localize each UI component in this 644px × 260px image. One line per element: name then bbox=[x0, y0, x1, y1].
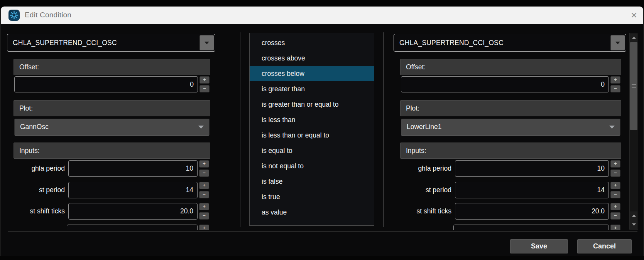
operator-item[interactable]: crosses below bbox=[250, 66, 374, 81]
left-st-shift-ticks-input[interactable] bbox=[68, 203, 198, 220]
triangle-down-icon bbox=[632, 223, 636, 226]
right-st-period-input[interactable] bbox=[455, 182, 609, 198]
left-plot-select[interactable]: GannOsc bbox=[14, 119, 210, 136]
operator-item[interactable]: is false bbox=[250, 174, 374, 189]
left-plot-label: Plot: bbox=[14, 100, 210, 116]
left-st-shift-ticks-spinner: + − bbox=[199, 203, 209, 220]
left-indicator-value: GHLA_SUPERTREND_CCI_OSC bbox=[7, 34, 199, 51]
operator-item[interactable]: is equal to bbox=[250, 143, 374, 158]
right-st-period-spinner: + − bbox=[610, 182, 620, 198]
right-indicator-select[interactable]: GHLA_SUPERTREND_CCI_OSC bbox=[394, 34, 626, 52]
plus-icon[interactable]: + bbox=[610, 160, 620, 168]
right-input-row: st shift ticks + − bbox=[394, 203, 620, 220]
right-partial-input[interactable] bbox=[453, 225, 609, 230]
triangle-up-icon bbox=[632, 37, 636, 39]
operator-item[interactable]: as value bbox=[250, 205, 374, 220]
right-st-shift-ticks-input[interactable] bbox=[455, 203, 609, 220]
panel-divider bbox=[240, 32, 240, 227]
right-inputs-label: Inputs: bbox=[400, 143, 621, 159]
plus-icon[interactable]: + bbox=[199, 160, 209, 168]
chevron-down-icon bbox=[609, 126, 615, 129]
close-icon[interactable]: ✕ bbox=[628, 10, 640, 21]
operator-list: crosses crosses above crosses below is g… bbox=[249, 33, 374, 226]
cancel-button[interactable]: Cancel bbox=[577, 239, 632, 254]
left-offset-input[interactable] bbox=[14, 76, 198, 92]
footer-divider bbox=[8, 231, 637, 231]
minus-icon[interactable]: − bbox=[610, 169, 620, 177]
right-plot-select[interactable]: LowerLine1 bbox=[401, 119, 620, 136]
chevron-down-icon bbox=[198, 126, 204, 129]
operator-item[interactable]: is true bbox=[250, 189, 374, 205]
operator-item[interactable]: is greater than bbox=[250, 81, 374, 97]
plus-icon[interactable]: + bbox=[199, 76, 210, 84]
triangle-up-icon bbox=[632, 215, 636, 217]
left-partial-spinner: + − bbox=[199, 225, 209, 230]
right-input-label: st shift ticks bbox=[394, 203, 455, 220]
left-partial-row: + − bbox=[67, 225, 209, 230]
save-button[interactable]: Save bbox=[510, 239, 568, 254]
window-title: Edit Condition bbox=[25, 11, 71, 19]
plus-icon[interactable]: + bbox=[610, 225, 620, 230]
scrollbar-thumb[interactable] bbox=[630, 42, 637, 130]
scroll-up-button-bottom[interactable] bbox=[630, 211, 637, 220]
right-plot-value: LowerLine1 bbox=[401, 123, 609, 131]
operator-item[interactable]: is not equal to bbox=[250, 158, 374, 174]
right-input-label: st period bbox=[394, 182, 455, 198]
minus-icon[interactable]: − bbox=[199, 169, 209, 177]
app-logo-icon bbox=[8, 10, 20, 21]
scroll-up-button[interactable] bbox=[630, 34, 637, 42]
operator-item[interactable]: is greater than or equal to bbox=[250, 97, 374, 112]
panel-divider bbox=[383, 32, 384, 227]
minus-icon[interactable]: − bbox=[610, 85, 620, 92]
right-offset-label: Offset: bbox=[400, 59, 621, 75]
right-offset-input[interactable] bbox=[401, 76, 609, 92]
left-offset-spinner: + − bbox=[199, 76, 210, 92]
left-partial-row-clip: + − bbox=[67, 225, 209, 230]
minus-icon[interactable]: − bbox=[610, 212, 620, 220]
right-offset-row: + − bbox=[401, 76, 620, 92]
vertical-scrollbar[interactable] bbox=[629, 33, 638, 230]
minus-icon[interactable]: − bbox=[199, 212, 209, 220]
operator-item[interactable]: crosses above bbox=[250, 50, 374, 66]
right-input-row: ghla period + − bbox=[394, 160, 620, 177]
left-input-row: ghla period + − bbox=[7, 160, 209, 177]
right-input-row: st period + − bbox=[394, 182, 620, 198]
scrollbar-grip-icon bbox=[632, 84, 636, 88]
right-plot-label: Plot: bbox=[400, 100, 621, 116]
left-st-period-input[interactable] bbox=[68, 182, 198, 198]
left-ghla-period-input[interactable] bbox=[68, 160, 198, 177]
plus-icon[interactable]: + bbox=[610, 182, 620, 189]
left-st-period-spinner: + − bbox=[199, 182, 209, 198]
left-indicator-dropdown-button[interactable] bbox=[199, 35, 214, 50]
left-offset-row: + − bbox=[14, 76, 210, 92]
left-indicator-select[interactable]: GHLA_SUPERTREND_CCI_OSC bbox=[7, 34, 215, 52]
operator-item[interactable]: is less than bbox=[250, 112, 374, 127]
titlebar bbox=[1, 7, 643, 24]
minus-icon[interactable]: − bbox=[199, 191, 209, 198]
left-input-label: ghla period bbox=[7, 160, 68, 177]
left-input-label: st shift ticks bbox=[7, 203, 68, 220]
operator-item[interactable]: is less than or equal to bbox=[250, 127, 374, 143]
right-input-label: ghla period bbox=[394, 160, 455, 177]
plus-icon[interactable]: + bbox=[199, 225, 209, 230]
plus-icon[interactable]: + bbox=[199, 203, 209, 210]
minus-icon[interactable]: − bbox=[199, 85, 210, 92]
minus-icon[interactable]: − bbox=[610, 191, 620, 198]
operator-item[interactable]: crosses bbox=[250, 35, 374, 50]
scroll-down-button[interactable] bbox=[630, 220, 637, 229]
right-st-shift-ticks-spinner: + − bbox=[610, 203, 620, 220]
plus-icon[interactable]: + bbox=[610, 203, 620, 210]
right-offset-spinner: + − bbox=[610, 76, 620, 92]
chevron-down-icon bbox=[615, 42, 620, 44]
left-input-row: st period + − bbox=[7, 182, 209, 198]
right-ghla-period-input[interactable] bbox=[455, 160, 609, 177]
left-offset-label: Offset: bbox=[14, 59, 210, 75]
left-ghla-period-spinner: + − bbox=[199, 160, 209, 177]
right-partial-spinner: + − bbox=[610, 225, 620, 230]
right-partial-row-clip: + − bbox=[453, 225, 620, 230]
plus-icon[interactable]: + bbox=[610, 76, 620, 84]
left-partial-input[interactable] bbox=[67, 225, 198, 230]
left-plot-value: GannOsc bbox=[15, 123, 198, 131]
plus-icon[interactable]: + bbox=[199, 182, 209, 189]
right-indicator-dropdown-button[interactable] bbox=[610, 35, 625, 50]
